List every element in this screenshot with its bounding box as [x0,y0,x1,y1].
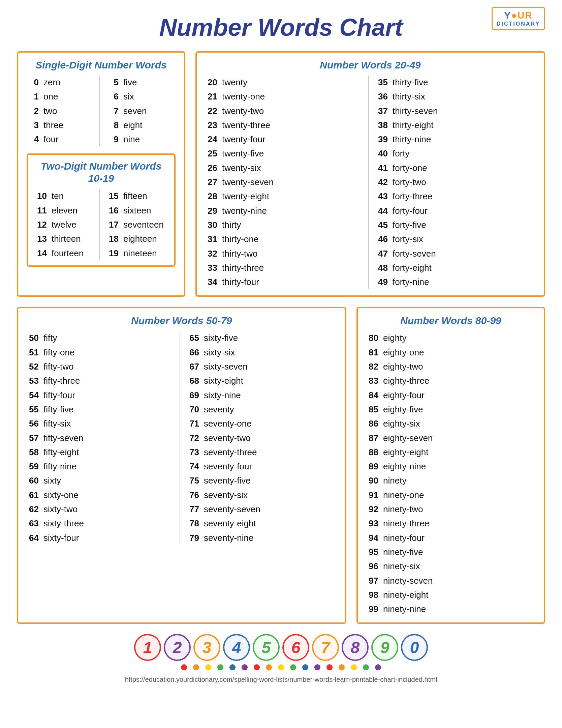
list-item: 84eighty-four [366,388,535,402]
number-value: 87 [366,431,378,445]
list-item: 72seventy-two [187,431,337,445]
decorative-number: 3 [193,634,220,661]
list-item: 93ninety-three [366,517,535,530]
fifty-79-box: Number Words 50-79 50fifty51fifty-one52f… [17,307,346,624]
list-item: 9nine [106,133,176,146]
decorative-dot [278,664,284,670]
decorative-dot [375,664,381,670]
number-value: 74 [187,460,199,473]
number-value: 25 [205,147,217,160]
decorative-number: 8 [342,634,369,661]
list-item: 33thirty-three [205,261,365,274]
number-word: thirty-three [222,261,264,274]
number-word: seven [123,104,147,118]
number-value: 96 [366,559,378,573]
number-value: 69 [187,388,199,402]
number-value: 18 [106,232,119,245]
list-item: 70seventy [187,403,337,416]
list-item: 35thirty-five [376,76,535,89]
number-value: 50 [27,331,39,345]
list-item: 64sixty-four [27,531,176,545]
list-item: 69sixty-nine [187,388,337,402]
list-item: 78seventy-eight [187,517,337,530]
number-word: fifty-four [43,388,75,402]
list-item: 63sixty-three [27,517,176,530]
list-item: 76seventy-six [187,488,337,502]
list-item: 94ninety-four [366,531,535,545]
list-item: 97ninety-seven [366,574,535,587]
decorative-dot [205,664,211,670]
list-item: 60sixty [27,474,176,487]
fifty-79-title: Number Words 50-79 [27,315,337,326]
number-word: twenty-one [222,90,265,103]
number-value: 0 [27,76,39,89]
number-word: sixty-one [43,488,79,502]
list-item: 68sixty-eight [187,374,337,387]
list-item: 82eighty-two [366,360,535,373]
list-item: 89eighty-nine [366,460,535,473]
decorative-dot [193,664,199,670]
number-value: 73 [187,445,199,459]
list-item: 14fourteen [35,246,96,260]
number-value: 84 [366,388,378,402]
list-item: 73seventy-three [187,445,337,459]
two-digit-box: Two-Digit Number Words 10-19 10ten11elev… [27,153,176,266]
decorative-number: 1 [134,634,161,661]
decorative-dot [326,664,333,670]
number-value: 12 [35,218,47,231]
list-item: 80eighty [366,331,535,345]
decorative-number: 9 [371,634,398,661]
eighty-99-title: Number Words 80-99 [366,315,535,326]
number-word: seventy-nine [204,531,253,545]
number-value: 54 [27,388,39,402]
number-word: seventy-eight [204,517,256,530]
number-value: 37 [376,104,388,118]
list-item: 62sixty-two [27,502,176,516]
list-item: 74seventy-four [187,460,337,473]
list-item: 17seventeen [106,218,167,231]
list-item: 53fifty-three [27,374,176,387]
list-item: 13thirteen [35,232,96,245]
number-value: 71 [187,417,199,430]
decorative-number: 6 [282,634,309,661]
number-word: eighty-six [383,417,420,430]
number-word: ninety [383,474,406,487]
number-value: 8 [106,118,119,132]
number-word: thirty-six [393,90,425,103]
decorative-dot [351,664,357,670]
number-value: 41 [376,161,388,175]
decorative-number: 2 [164,634,191,661]
list-item: 86eighty-six [366,417,535,430]
two-digit-table: 10ten11eleven12twelve13thirteen14fourtee… [35,189,167,260]
single-digit-table: 0zero1one2two3three4four 5five6six7seven… [27,76,176,146]
number-value: 94 [366,531,378,545]
number-value: 88 [366,445,378,459]
number-value: 53 [27,374,39,387]
list-item: 15fifteen [106,189,167,203]
number-word: eighty-five [383,403,423,416]
number-value: 1 [27,90,39,103]
number-value: 83 [366,374,378,387]
list-item: 54fifty-four [27,388,176,402]
number-value: 82 [366,360,378,373]
number-word: seventy-one [204,417,252,430]
decorative-dot [266,664,272,670]
number-word: sixty-nine [204,388,241,402]
list-item: 27twenty-seven [205,175,365,189]
number-word: eleven [52,204,77,217]
list-item: 0zero [27,76,96,89]
number-word: fifty-one [43,346,75,359]
eighty-99-col1: 80eighty81eighty-one82eighty-two83eighty… [366,331,535,616]
list-item: 31thirty-one [205,232,365,246]
number-value: 46 [376,232,388,246]
number-value: 40 [376,147,388,160]
number-word: seventy-seven [204,502,260,516]
number-value: 67 [187,360,199,373]
number-value: 93 [366,517,378,530]
number-value: 86 [366,417,378,430]
number-value: 79 [187,531,199,545]
number-word: sixty [43,474,61,487]
number-value: 89 [366,460,378,473]
number-value: 29 [205,204,217,217]
decorative-dot [242,664,248,670]
